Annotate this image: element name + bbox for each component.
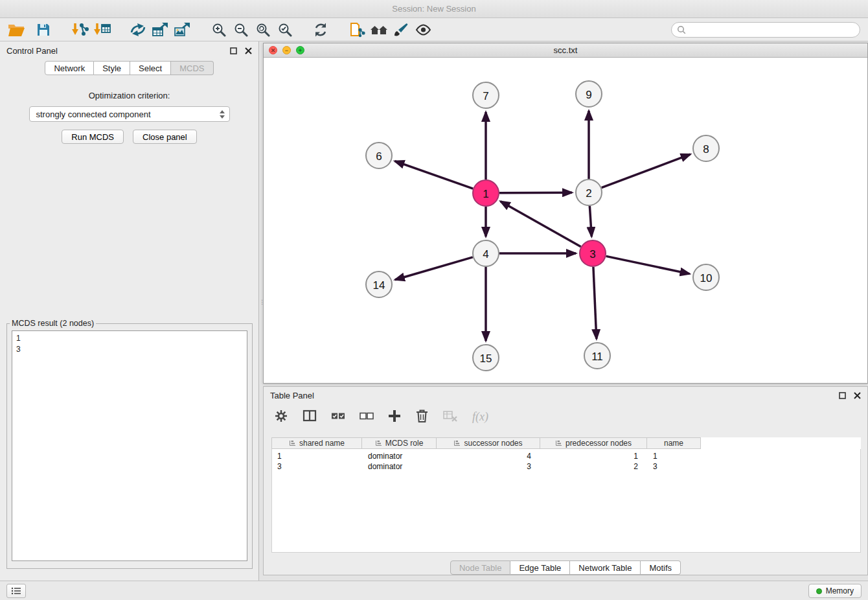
network-arrows-icon [130,22,146,38]
memory-button[interactable]: Memory [808,584,862,598]
control-panel: Control Panel Network Style Select MCDS … [0,41,259,581]
table-row[interactable]: 3 dominator 3 2 3 [272,461,860,472]
criterion-select[interactable]: strongly connected component [29,106,230,122]
trash-icon [415,409,429,423]
graph-node-2[interactable]: 2 [576,179,602,205]
folder-open-icon [8,23,25,37]
graph-node-label: 14 [373,279,385,292]
show-columns-button[interactable] [303,409,317,424]
clone-network-icon [348,22,365,38]
graph-edge-3-10[interactable] [606,256,690,273]
graph-edge-2-8[interactable] [602,154,691,187]
mcds-result-list[interactable]: 1 3 [12,330,247,561]
float-panel-icon[interactable] [839,392,846,399]
tab-network-table[interactable]: Network Table [570,560,641,575]
node-table: shared name MCDS role successor nodes pr… [271,437,861,553]
window-titlebar[interactable]: Session: New Session [0,0,868,18]
network-window-title: scc.txt [554,45,578,55]
delete-column-button[interactable] [415,409,429,425]
table-settings-button[interactable] [274,409,288,425]
add-column-button[interactable] [388,410,401,424]
graph-node-8[interactable]: 8 [693,135,719,161]
export-image-button[interactable] [171,19,193,40]
criterion-selected-value: strongly connected component [36,110,151,119]
table-header-row: shared name MCDS role successor nodes pr… [271,437,861,449]
select-all-rows-button[interactable] [331,411,345,422]
graph-node-14[interactable]: 14 [366,271,392,297]
search-box [671,22,860,38]
open-session-button[interactable] [5,19,27,40]
minimize-window-icon[interactable]: − [282,46,291,54]
memory-label: Memory [826,586,854,595]
graph-edge-1-2[interactable] [499,192,572,193]
tab-motifs[interactable]: Motifs [641,560,681,575]
memory-status-icon [816,588,822,594]
graph-node-11[interactable]: 11 [584,343,610,369]
graph-node-1[interactable]: 1 [473,180,499,206]
graph-node-4[interactable]: 4 [473,240,499,266]
zoom-window-icon[interactable]: + [296,46,304,54]
close-panel-button[interactable]: Close panel [133,130,197,144]
new-network-button[interactable] [127,19,149,40]
float-panel-icon[interactable] [230,47,237,54]
column-header-name[interactable]: name [647,437,701,449]
refresh-icon [313,22,328,38]
table-body: 1 dominator 4 1 1 3 dominator 3 2 3 [271,449,861,553]
column-header-successor-nodes[interactable]: successor nodes [437,437,540,449]
graph-edge-3-1[interactable] [501,202,581,247]
delete-table-icon [443,410,458,422]
apply-style-button[interactable] [390,19,412,40]
task-history-button[interactable] [6,584,26,598]
network-canvas[interactable]: 7968124314101511 [264,58,867,383]
graph-node-10[interactable]: 10 [693,264,719,290]
graph-node-15[interactable]: 15 [473,345,499,371]
tab-node-table[interactable]: Node Table [450,560,511,575]
zoom-selected-button[interactable] [273,19,295,40]
import-table-button[interactable] [91,19,113,40]
graph-node-7[interactable]: 7 [473,82,499,108]
delete-table-button[interactable] [443,410,458,424]
graph-node-6[interactable]: 6 [366,143,392,168]
save-icon [36,23,51,37]
column-header-mcds-role[interactable]: MCDS role [362,437,437,449]
clone-network-button[interactable] [346,19,368,40]
close-panel-icon[interactable] [245,47,252,54]
export-table-button[interactable] [149,19,171,40]
search-input[interactable] [689,25,854,35]
home-icon [370,23,388,36]
window-title: Session: New Session [392,4,475,14]
deselect-all-rows-button[interactable] [360,411,374,422]
plus-icon [388,410,401,422]
tab-edge-table[interactable]: Edge Table [510,560,570,575]
tab-select[interactable]: Select [130,61,171,75]
run-mcds-button[interactable]: Run MCDS [62,130,124,144]
checked-boxes-icon [331,411,345,421]
network-window-titlebar[interactable]: ✕ − + scc.txt [264,43,867,58]
close-panel-icon[interactable] [854,392,861,399]
function-builder-button[interactable]: f(x) [472,410,488,424]
tab-mcds[interactable]: MCDS [171,61,213,75]
column-header-predecessor-nodes[interactable]: predecessor nodes [540,437,647,449]
first-neighbors-button[interactable] [368,19,390,40]
graph-node-label: 10 [700,272,713,284]
graph-edge-2-3[interactable] [589,206,591,237]
import-network-button[interactable] [69,19,91,40]
graph-node-3[interactable]: 3 [580,240,606,266]
zoom-fit-button[interactable] [251,19,273,40]
show-hide-button[interactable] [412,19,434,40]
zoom-in-button[interactable] [207,19,229,40]
graph-edge-1-6[interactable] [395,161,474,189]
app-window: Session: New Session [0,0,868,600]
graph-node-9[interactable]: 9 [576,81,602,107]
close-window-icon[interactable]: ✕ [269,46,277,54]
graph-edge-4-14[interactable] [395,257,473,280]
tab-style[interactable]: Style [94,61,130,75]
table-row[interactable]: 1 dominator 4 1 1 [272,451,860,461]
export-table-icon [152,22,168,38]
refresh-view-button[interactable] [310,19,332,40]
save-session-button[interactable] [32,19,54,40]
tab-network[interactable]: Network [45,61,94,75]
graph-edge-3-11[interactable] [593,267,597,339]
column-header-shared-name[interactable]: shared name [271,437,362,449]
zoom-out-button[interactable] [229,19,251,40]
